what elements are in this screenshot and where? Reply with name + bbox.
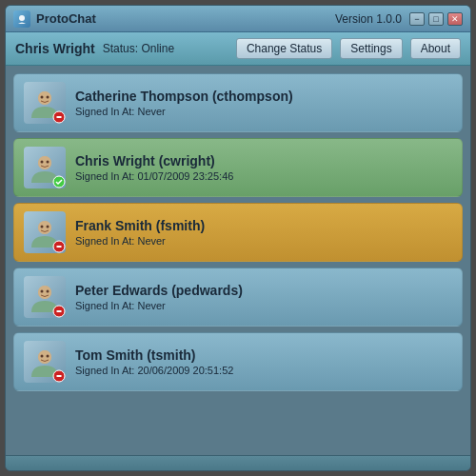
svg-point-14 bbox=[41, 226, 44, 228]
minimize-button[interactable]: − bbox=[409, 12, 425, 26]
contact-name: Catherine Thompson (cthompson) bbox=[75, 89, 452, 104]
contact-signin: Signed In At: 01/07/2009 23:25:46 bbox=[75, 170, 452, 182]
contact-info: Frank Smith (fsmith) Signed In At: Never bbox=[75, 218, 452, 247]
contact-signin: Signed In At: Never bbox=[75, 235, 452, 247]
settings-button[interactable]: Settings bbox=[340, 38, 402, 59]
title-bar-right: Version 1.0.0 − □ ✕ bbox=[335, 12, 463, 26]
status-indicator bbox=[52, 175, 66, 188]
app-icon bbox=[13, 10, 30, 28]
title-bar-left: ProtoChat bbox=[13, 10, 96, 28]
change-status-button[interactable]: Change Status bbox=[236, 38, 332, 59]
title-bar: ProtoChat Version 1.0.0 − □ ✕ bbox=[6, 6, 470, 32]
status-text: Status: Online bbox=[103, 42, 228, 55]
contact-card[interactable]: Peter Edwards (pedwards) Signed In At: N… bbox=[13, 268, 463, 327]
contact-name: Chris Wright (cwright) bbox=[75, 153, 452, 169]
contact-signin: Signed In At: 20/06/2009 20:51:52 bbox=[75, 365, 452, 376]
status-indicator bbox=[52, 240, 66, 253]
svg-point-9 bbox=[41, 161, 44, 164]
status-bar bbox=[6, 455, 470, 470]
window-controls: − □ ✕ bbox=[409, 12, 463, 26]
svg-point-0 bbox=[19, 15, 25, 21]
avatar-container bbox=[24, 147, 66, 188]
current-user-name: Chris Wright bbox=[15, 41, 95, 56]
contact-name: Peter Edwards (pedwards) bbox=[75, 283, 452, 298]
main-window: ProtoChat Version 1.0.0 − □ ✕ Chris Wrig… bbox=[5, 5, 471, 471]
contact-signin: Signed In At: Never bbox=[75, 106, 452, 117]
svg-point-4 bbox=[47, 96, 50, 99]
svg-point-26 bbox=[41, 355, 44, 358]
avatar-container bbox=[24, 211, 66, 253]
svg-point-20 bbox=[41, 290, 44, 293]
contact-info: Catherine Thompson (cthompson) Signed In… bbox=[75, 89, 452, 117]
contact-card[interactable]: Chris Wright (cwright) Signed In At: 01/… bbox=[13, 138, 463, 197]
status-indicator bbox=[52, 305, 66, 318]
avatar-container bbox=[24, 276, 66, 318]
contact-info: Tom Smith (tsmith) Signed In At: 20/06/2… bbox=[75, 347, 452, 376]
contact-list: Catherine Thompson (cthompson) Signed In… bbox=[6, 66, 470, 455]
app-title: ProtoChat bbox=[36, 11, 96, 26]
avatar-container bbox=[24, 82, 66, 124]
contact-name: Tom Smith (tsmith) bbox=[75, 347, 452, 363]
toolbar: Chris Wright Status: Online Change Statu… bbox=[6, 32, 470, 66]
svg-point-27 bbox=[47, 355, 50, 358]
status-indicator bbox=[52, 369, 66, 383]
status-indicator bbox=[52, 110, 66, 124]
svg-point-10 bbox=[47, 161, 50, 164]
about-button[interactable]: About bbox=[410, 38, 461, 59]
avatar-container bbox=[24, 341, 66, 383]
contact-card[interactable]: Tom Smith (tsmith) Signed In At: 20/06/2… bbox=[13, 332, 463, 391]
svg-point-3 bbox=[41, 96, 44, 99]
contact-card[interactable]: Frank Smith (fsmith) Signed In At: Never bbox=[13, 203, 463, 262]
contact-info: Peter Edwards (pedwards) Signed In At: N… bbox=[75, 283, 452, 311]
maximize-button[interactable]: □ bbox=[428, 12, 444, 26]
close-button[interactable]: ✕ bbox=[447, 12, 463, 26]
contact-info: Chris Wright (cwright) Signed In At: 01/… bbox=[75, 153, 452, 182]
contact-card[interactable]: Catherine Thompson (cthompson) Signed In… bbox=[13, 73, 463, 132]
svg-point-21 bbox=[47, 290, 50, 293]
contact-name: Frank Smith (fsmith) bbox=[75, 218, 452, 233]
version-text: Version 1.0.0 bbox=[335, 12, 402, 26]
contact-signin: Signed In At: Never bbox=[75, 300, 452, 311]
svg-point-15 bbox=[47, 226, 50, 228]
